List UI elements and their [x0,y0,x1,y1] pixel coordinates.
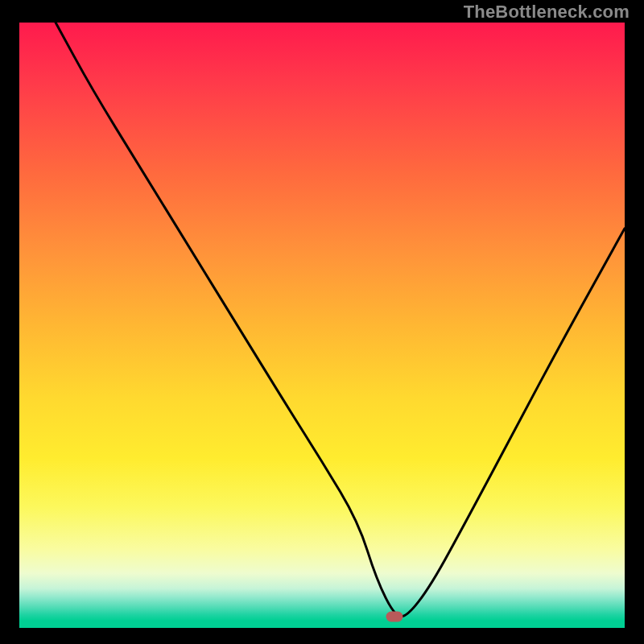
bottleneck-curve-path [56,23,625,617]
plot-area [19,23,625,628]
curve-svg [19,23,625,628]
chart-container: TheBottleneck.com [0,0,644,644]
watermark-text: TheBottleneck.com [464,2,630,23]
optimal-point-marker [386,612,403,622]
